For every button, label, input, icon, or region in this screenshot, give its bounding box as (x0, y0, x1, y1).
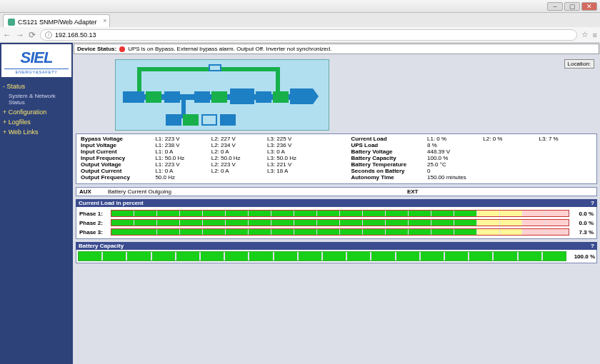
tab-close-icon[interactable]: × (103, 17, 106, 24)
metric-label: Output Current (79, 168, 154, 174)
ups-flow-diagram (115, 59, 329, 131)
metrics-row: Input CurrentL1: 0 AL2: 0 AL3: 0 ABatter… (79, 148, 594, 155)
metric-value: L2: 0 % (481, 136, 537, 142)
metric-l3: L3: 0 A (266, 148, 321, 155)
sidebar-item-configuration[interactable]: + Configuration (3, 107, 70, 117)
device-status-label: Device Status: (77, 46, 116, 52)
window-close-button[interactable]: ✕ (581, 2, 597, 11)
metric-l2: L2: 227 V (210, 136, 266, 142)
window-minimize-button[interactable]: – (547, 2, 563, 11)
metric-value (481, 168, 537, 174)
aux-row: AUX Battery Current Outgoing EXT (76, 187, 597, 196)
load-phase-row: Phase 1:0.0 % (78, 209, 595, 218)
metric-label: Input Voltage (79, 142, 154, 148)
metrics-row: Output VoltageL1: 223 VL2: 223 VL3: 221 … (79, 161, 594, 168)
metric-l1: L1: 0 A (154, 148, 209, 155)
nav-forward-icon[interactable]: → (16, 30, 24, 40)
metrics-row: Input VoltageL1: 238 VL2: 234 VL3: 236 V… (79, 142, 594, 148)
sidebar-item-status[interactable]: - Status (3, 81, 70, 91)
browser-tab[interactable]: CS121 SNMP/Web Adapter × (3, 14, 110, 27)
brand-name: SIEL (4, 49, 69, 67)
metric-value: 448.39 V (426, 148, 481, 155)
window-maximize-button[interactable]: ▢ (564, 2, 580, 11)
browser-toolbar: ← → ⟳ i 192.168.50.13 ☆ ≡ (0, 27, 600, 43)
main-content: Device Status: UPS is on Bypass. Externa… (73, 43, 600, 364)
metric-l3: L3: 221 V (266, 161, 321, 168)
metric-value (538, 155, 594, 161)
metric-value (538, 168, 594, 174)
aux-value: Battery Current Outgoing (108, 188, 171, 195)
metric-value: L1: 0 % (426, 136, 481, 142)
load-title: Current Load in percent (79, 200, 144, 206)
metric-value (481, 148, 537, 155)
address-bar[interactable]: i 192.168.50.13 (40, 29, 577, 41)
battery-capacity-value: 100.0 % (566, 253, 595, 260)
sidebar-item-system-network[interactable]: System & Network Status (3, 91, 70, 107)
battery-capacity-bar (78, 251, 566, 261)
load-bar (111, 228, 569, 236)
phase-value: 0.0 % (569, 211, 595, 217)
metric-value (481, 142, 537, 148)
sidebar-item-weblinks[interactable]: + Web Links (3, 127, 70, 137)
metric-label: Battery Temperature (349, 161, 426, 168)
metric-label: Battery Capacity (349, 155, 426, 161)
metric-l3 (266, 174, 321, 181)
device-status-text: UPS is on Bypass. External bypass alarm.… (128, 46, 331, 52)
metric-l1: L1: 238 V (154, 142, 209, 148)
battery-capacity-section: Battery Capacity? 100.0 % (76, 242, 597, 263)
metrics-row: Input FrequencyL1: 50.0 HzL2: 50.0 HzL3:… (79, 155, 594, 161)
help-icon[interactable]: ? (591, 243, 594, 249)
metric-value (481, 174, 537, 181)
sidebar-item-logfiles[interactable]: + Logfiles (3, 117, 70, 127)
sidebar-nav: - Status System & Network Status + Confi… (0, 79, 73, 140)
browser-tabstrip: CS121 SNMP/Web Adapter × (0, 13, 600, 27)
metrics-grid: Bypass VoltageL1: 223 VL2: 227 VL3: 225 … (76, 133, 597, 184)
metric-l1: 50.0 Hz (154, 174, 209, 181)
metric-l3: L3: 236 V (266, 142, 321, 148)
window-titlebar: – ▢ ✕ (0, 0, 600, 13)
device-status-bar: Device Status: UPS is on Bypass. Externa… (74, 44, 599, 54)
metric-l2: L2: 234 V (210, 142, 266, 148)
metric-l2 (210, 174, 266, 181)
site-info-icon[interactable]: i (45, 31, 52, 39)
metric-label: Seconds on Battery (349, 168, 426, 174)
metric-label: UPS Load (349, 142, 426, 148)
load-bar (111, 219, 569, 226)
brand-tagline: ENERGY&SAFETY (4, 69, 69, 74)
metric-value (538, 142, 594, 148)
metric-l3: L3: 225 V (266, 136, 321, 142)
metric-value (538, 161, 594, 168)
metric-l2: L2: 0 A (210, 148, 266, 155)
metric-value (481, 155, 537, 161)
metric-label: Autonomy Time (349, 174, 426, 181)
metric-l1: L1: 223 V (154, 136, 209, 142)
nav-reload-icon[interactable]: ⟳ (29, 30, 36, 40)
load-phase-row: Phase 2:0.0 % (78, 218, 595, 227)
phase-value: 0.0 % (569, 220, 595, 226)
metric-label: Output Voltage (79, 161, 154, 168)
help-icon[interactable]: ? (591, 200, 594, 206)
metric-l1: L1: 50.0 Hz (154, 155, 209, 161)
metric-value (538, 148, 594, 155)
metric-value: 100.0 % (426, 155, 481, 161)
metrics-row: Bypass VoltageL1: 223 VL2: 227 VL3: 225 … (79, 136, 594, 142)
bookmark-star-icon[interactable]: ☆ (581, 30, 589, 39)
phase-label: Phase 3: (78, 229, 111, 236)
nav-back-icon[interactable]: ← (3, 30, 11, 40)
metric-label: Input Frequency (79, 155, 154, 161)
phase-value: 7.3 % (569, 229, 595, 236)
metric-value: 25.0 °C (426, 161, 481, 168)
battery-title: Battery Capacity (79, 243, 124, 249)
tab-favicon (8, 19, 15, 26)
ext-label: EXT (407, 188, 436, 195)
browser-menu-icon[interactable]: ≡ (593, 31, 597, 39)
metric-value: 8 % (426, 142, 481, 148)
metric-value: 150.00 minutes (426, 174, 481, 181)
load-bar (111, 210, 569, 217)
current-load-section: Current Load in percent? Phase 1:0.0 %Ph… (76, 199, 597, 239)
load-phase-row: Phase 3:7.3 % (78, 228, 595, 236)
url-text: 192.168.50.13 (55, 31, 96, 39)
metric-l2: L2: 50.0 Hz (210, 155, 266, 161)
metric-value (538, 174, 594, 181)
location-button[interactable]: Location: (564, 59, 594, 69)
